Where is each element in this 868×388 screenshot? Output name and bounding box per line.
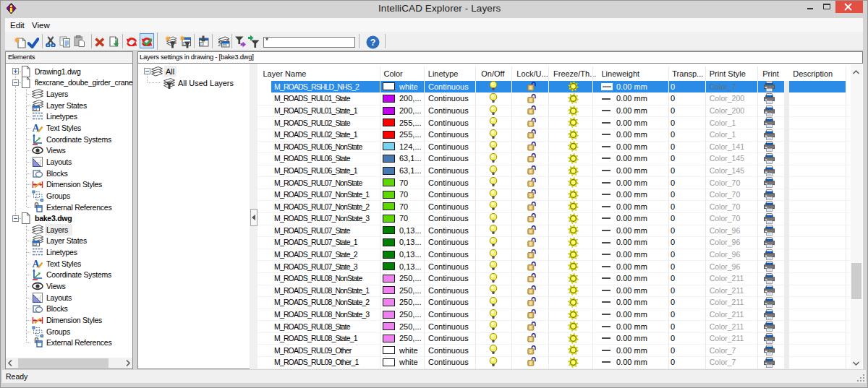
svg-text:2: 2: [218, 42, 221, 47]
svg-text:?: ?: [370, 38, 376, 48]
